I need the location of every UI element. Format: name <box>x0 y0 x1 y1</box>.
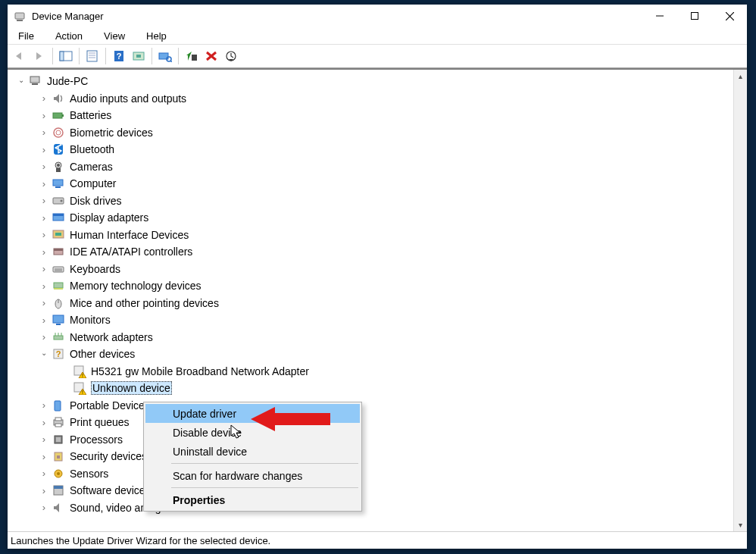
tree-category[interactable]: Cameras <box>12 158 733 176</box>
chevron-right-icon[interactable] <box>38 177 50 189</box>
chevron-right-icon[interactable] <box>38 468 50 480</box>
scroll-down-button[interactable]: ▾ <box>734 518 747 531</box>
context-menu-scan-hardware[interactable]: Scan for hardware changes <box>145 466 360 485</box>
back-button[interactable] <box>11 47 29 65</box>
app-icon <box>14 10 26 22</box>
close-button[interactable] <box>712 5 747 27</box>
svg-rect-26 <box>62 114 64 117</box>
chevron-right-icon[interactable] <box>38 143 50 155</box>
context-menu-update-driver[interactable]: Update driver <box>145 404 360 423</box>
enable-device-button[interactable] <box>183 47 201 65</box>
svg-rect-34 <box>55 186 61 188</box>
tree-category[interactable]: Memory technology devices <box>12 277 733 295</box>
chevron-right-icon[interactable] <box>38 161 50 173</box>
tree-category[interactable]: Sensors <box>12 465 733 483</box>
tree-category[interactable]: Monitors <box>12 311 733 329</box>
svg-point-31 <box>57 164 60 167</box>
warning-device-icon: ! <box>73 381 86 395</box>
chevron-right-icon[interactable] <box>38 211 50 224</box>
chevron-right-icon[interactable] <box>38 314 50 326</box>
properties-button[interactable] <box>83 47 102 65</box>
chevron-right-icon[interactable] <box>38 331 50 343</box>
tree-root-label: Jude-PC <box>47 75 88 87</box>
minimize-button[interactable] <box>642 5 677 27</box>
tree-category[interactable]: Sound, video and game controllers <box>12 499 733 517</box>
tree-category-other-devices[interactable]: ? Other devices <box>12 346 733 363</box>
ide-icon <box>52 245 65 258</box>
tree-category[interactable]: Software devices <box>12 482 733 499</box>
show-hide-tree-button[interactable] <box>57 47 75 65</box>
chevron-right-icon[interactable] <box>38 297 50 309</box>
maximize-button[interactable] <box>677 5 712 27</box>
chevron-down-icon[interactable] <box>38 348 50 360</box>
tree-category[interactable]: Human Interface Devices <box>12 227 733 244</box>
svg-rect-67 <box>55 424 61 427</box>
chevron-right-icon[interactable] <box>38 195 50 207</box>
tree-category[interactable]: IDE ATA/ATAPI controllers <box>12 243 733 261</box>
chevron-right-icon[interactable] <box>38 263 50 275</box>
help-button[interactable]: ? <box>110 47 128 65</box>
tree-category[interactable]: Network adapters <box>12 329 733 346</box>
tree-category[interactable]: Bluetooth <box>12 141 733 158</box>
tree-category[interactable]: Security devices <box>12 448 733 465</box>
bluetooth-icon <box>52 142 65 156</box>
chevron-right-icon[interactable] <box>38 399 50 412</box>
context-menu-uninstall-device[interactable]: Uninstall device <box>145 442 360 461</box>
disable-device-button[interactable] <box>222 47 240 65</box>
svg-text:?: ? <box>56 349 61 358</box>
device-tree[interactable]: Jude-PC Audio inputs and outputs Batteri… <box>8 70 733 531</box>
security-icon <box>52 449 65 463</box>
tree-device[interactable]: ! H5321 gw Mobile Broadband Network Adap… <box>12 363 733 380</box>
tree-category[interactable]: Portable Devices <box>12 397 733 415</box>
vertical-scrollbar[interactable]: ▴ ▾ <box>733 70 747 531</box>
disk-icon <box>52 194 65 208</box>
tree-category[interactable]: Computer <box>12 175 733 192</box>
tree-category[interactable]: Processors <box>12 431 733 449</box>
context-menu-separator <box>171 463 358 464</box>
chevron-right-icon[interactable] <box>38 280 50 292</box>
svg-rect-33 <box>53 180 63 186</box>
context-menu-disable-device[interactable]: Disable device <box>145 423 360 442</box>
tree-category[interactable]: Keyboards <box>12 261 733 278</box>
chevron-down-icon[interactable] <box>15 75 27 87</box>
svg-rect-23 <box>30 77 39 83</box>
title-bar: Device Manager <box>8 5 747 27</box>
display-icon <box>52 211 65 224</box>
tree-root[interactable]: Jude-PC <box>12 73 733 90</box>
chevron-right-icon[interactable] <box>38 246 50 258</box>
tree-category[interactable]: Mice and other pointing devices <box>12 295 733 312</box>
processor-icon <box>52 433 65 446</box>
svg-rect-19 <box>192 55 197 61</box>
chevron-right-icon[interactable] <box>38 433 50 446</box>
scroll-up-button[interactable]: ▴ <box>734 70 747 83</box>
chevron-right-icon[interactable] <box>38 484 50 496</box>
tree-category[interactable]: Audio inputs and outputs <box>12 90 733 108</box>
menu-view[interactable]: View <box>101 29 128 43</box>
menu-action[interactable]: Action <box>52 29 86 43</box>
menu-help[interactable]: Help <box>143 29 170 43</box>
chevron-right-icon[interactable] <box>38 127 50 139</box>
window-title: Device Manager <box>32 11 104 22</box>
uninstall-device-button[interactable] <box>202 47 220 65</box>
chevron-right-icon[interactable] <box>38 229 50 241</box>
tree-category[interactable]: Display adapters <box>12 209 733 227</box>
tree-category[interactable]: Disk drives <box>12 192 733 210</box>
svg-rect-8 <box>87 51 97 61</box>
chevron-right-icon[interactable] <box>38 450 50 462</box>
tree-category[interactable]: Batteries <box>12 107 733 124</box>
scan-hardware-button[interactable] <box>156 47 174 65</box>
chevron-right-icon[interactable] <box>38 502 50 514</box>
svg-rect-71 <box>57 455 60 459</box>
chevron-right-icon[interactable] <box>38 109 50 121</box>
tree-device-unknown[interactable]: ! Unknown device <box>12 380 733 397</box>
battery-icon <box>52 108 65 122</box>
chevron-right-icon[interactable] <box>38 416 50 428</box>
content-area: Jude-PC Audio inputs and outputs Batteri… <box>8 68 747 531</box>
update-driver-toolbar-button[interactable] <box>130 47 148 65</box>
menu-file[interactable]: File <box>15 29 37 43</box>
tree-category[interactable]: Print queues <box>12 414 733 431</box>
tree-category[interactable]: Biometric devices <box>12 124 733 142</box>
forward-button[interactable] <box>30 47 48 65</box>
chevron-right-icon[interactable] <box>38 92 50 105</box>
context-menu-properties[interactable]: Properties <box>145 490 360 509</box>
